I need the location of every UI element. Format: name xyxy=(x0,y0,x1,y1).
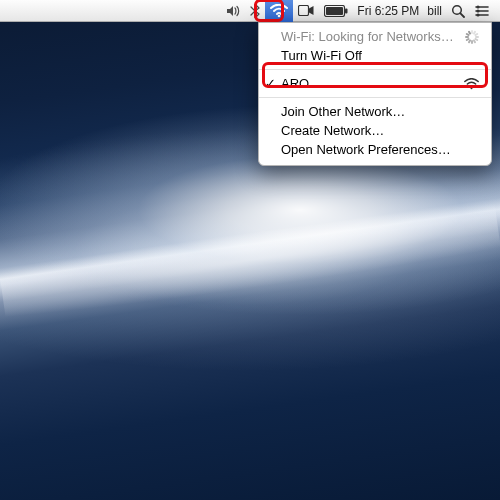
wifi-dropdown-menu: Wi-Fi: Looking for Networks… Turn Wi-Fi … xyxy=(258,22,492,166)
checkmark-icon: ✓ xyxy=(265,76,276,91)
svg-rect-3 xyxy=(345,8,348,13)
open-network-preferences-item[interactable]: Open Network Preferences… xyxy=(259,140,491,159)
wifi-network-item[interactable]: ✓ ARO xyxy=(259,74,491,93)
svg-point-13 xyxy=(471,87,473,89)
menu-separator xyxy=(259,69,491,70)
wifi-status-label: Wi-Fi: Looking for Networks… xyxy=(281,29,454,44)
svg-point-12 xyxy=(476,13,479,16)
svg-point-0 xyxy=(278,14,281,17)
spotlight-icon[interactable] xyxy=(446,0,470,22)
wifi-status-icon[interactable] xyxy=(265,0,293,22)
user-menu[interactable]: bill xyxy=(423,0,446,22)
wifi-network-name: ARO xyxy=(281,76,309,91)
create-network-item[interactable]: Create Network… xyxy=(259,121,491,140)
svg-point-10 xyxy=(476,5,479,8)
desktop-wallpaper: Fri 6:25 PM bill Wi-Fi: Looking for Netw… xyxy=(0,0,500,500)
facetime-status-icon[interactable] xyxy=(293,0,319,22)
menu-bar: Fri 6:25 PM bill xyxy=(0,0,500,22)
bluetooth-status-icon[interactable] xyxy=(245,0,265,22)
svg-line-6 xyxy=(460,13,464,17)
svg-rect-4 xyxy=(326,7,343,15)
battery-status-icon[interactable] xyxy=(319,0,353,22)
svg-rect-1 xyxy=(299,6,309,16)
wifi-signal-icon xyxy=(464,78,479,90)
clock[interactable]: Fri 6:25 PM xyxy=(353,0,423,22)
spinner-icon xyxy=(465,30,479,44)
wifi-toggle-label: Turn Wi-Fi Off xyxy=(281,48,362,63)
join-other-network-item[interactable]: Join Other Network… xyxy=(259,102,491,121)
notification-center-icon[interactable] xyxy=(470,0,494,22)
menu-separator xyxy=(259,97,491,98)
audio-status-icon[interactable] xyxy=(221,0,245,22)
open-prefs-label: Open Network Preferences… xyxy=(281,142,451,157)
svg-point-11 xyxy=(476,9,479,12)
create-network-label: Create Network… xyxy=(281,123,384,138)
join-other-label: Join Other Network… xyxy=(281,104,405,119)
wifi-toggle-item[interactable]: Turn Wi-Fi Off xyxy=(259,46,491,65)
wifi-status-row: Wi-Fi: Looking for Networks… xyxy=(259,27,491,46)
